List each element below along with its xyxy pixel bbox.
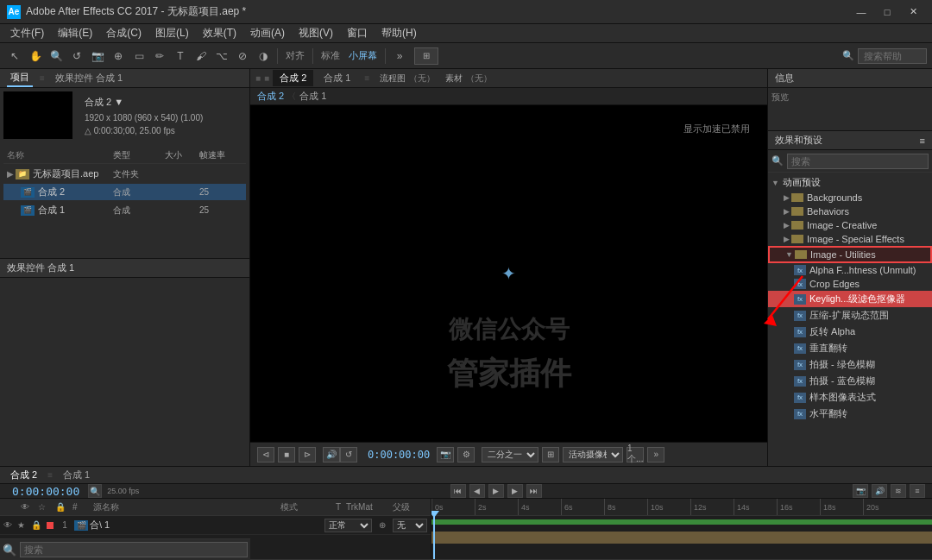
tab-comp1-viewer[interactable]: 合成 1 xyxy=(317,70,357,86)
breadcrumb-comp2[interactable]: 合成 2 xyxy=(257,90,284,103)
toolbar-icon-btn[interactable]: ⊞ xyxy=(414,47,438,65)
menu-view[interactable]: 视图(V) xyxy=(292,24,340,42)
layer-lock-btn[interactable]: 🔒 xyxy=(31,520,43,530)
minimize-button[interactable]: — xyxy=(849,3,873,21)
breadcrumb-comp1[interactable]: 合成 1 xyxy=(299,90,326,103)
ep-folder-backgrounds[interactable]: ▶ Backgrounds xyxy=(768,191,932,204)
settings-btn[interactable]: ⚙ xyxy=(457,447,475,462)
tl-layer-row[interactable]: 👁 ★ 🔒 1 🎬 合\ 1 正常 ⊕ 无 xyxy=(0,516,431,535)
layer-mode-select[interactable]: 正常 xyxy=(324,519,372,532)
tc-btn-play[interactable]: ▶ xyxy=(488,484,504,498)
ep-item-horizontal-flip[interactable]: fx 水平翻转 xyxy=(768,406,932,422)
ep-item-sample-expr[interactable]: fx 样本图像表达式 xyxy=(768,389,932,406)
ep-folder-image-utilities[interactable]: ▼ Image - Utilities xyxy=(768,246,932,263)
ep-folder-image-creative[interactable]: ▶ Image - Creative xyxy=(768,218,932,232)
menu-compose[interactable]: 合成(C) xyxy=(99,24,148,42)
comp-icon: 🎬 xyxy=(21,187,35,198)
ep-item-compress-expand[interactable]: fx 压缩-扩展动态范围 xyxy=(768,307,932,324)
tc-btn-graph[interactable]: ≋ xyxy=(891,484,906,498)
tc-btn-camera[interactable]: 📷 xyxy=(853,484,868,498)
ep-search-input[interactable] xyxy=(787,154,929,169)
layer-solo-btn[interactable]: ★ xyxy=(17,520,29,530)
menu-layer[interactable]: 图层(L) xyxy=(148,24,196,42)
ep-folder-behaviors[interactable]: ▶ Behaviors xyxy=(768,204,932,218)
tl-tab-comp1[interactable]: 合成 1 xyxy=(60,467,93,483)
ep-item-vertical-flip[interactable]: fx 垂直翻转 xyxy=(768,340,932,356)
tool-camera[interactable]: 📷 xyxy=(88,47,107,66)
half-size-select[interactable]: 二分之一 完整 四分之一 xyxy=(482,447,538,462)
list-item[interactable]: 🎬 合成 1 合成 25 xyxy=(3,202,246,218)
list-item[interactable]: 🎬 合成 2 合成 25 xyxy=(3,184,246,200)
playhead[interactable] xyxy=(433,516,435,559)
tab-project[interactable]: 项目 xyxy=(7,69,33,87)
title-text: Adobe After Effects CC 2017 - 无标题项目.aep … xyxy=(26,4,246,19)
comp-duration: △ 0:00:30;00, 25.00 fps xyxy=(85,124,203,137)
layer-eye-btn[interactable]: 👁 xyxy=(3,520,16,530)
tool-select[interactable]: ↖ xyxy=(5,47,24,66)
tab-effects-ctrl[interactable]: 效果控件 合成 1 xyxy=(52,70,126,86)
maximize-button[interactable]: □ xyxy=(875,3,899,21)
window-controls[interactable]: — □ ✕ xyxy=(849,3,925,21)
play-prev-btn[interactable]: ⊲ xyxy=(257,447,274,462)
tool-brush[interactable]: 🖌 xyxy=(192,47,211,66)
tool-anchor[interactable]: ⊕ xyxy=(109,47,128,66)
search-input[interactable] xyxy=(858,48,927,64)
stop-btn[interactable]: ■ xyxy=(278,447,295,462)
camera-select[interactable]: 活动摄像机 xyxy=(563,447,623,462)
tool-text[interactable]: T xyxy=(171,47,190,66)
menu-edit[interactable]: 编辑(E) xyxy=(51,24,99,42)
tool-roto[interactable]: ◑ xyxy=(254,47,273,66)
more-btn[interactable]: » xyxy=(647,447,664,462)
tl-tab-comp2[interactable]: 合成 2 xyxy=(7,467,41,483)
ep-item-invert-alpha[interactable]: fx 反转 Alpha xyxy=(768,324,932,340)
play-next-btn[interactable]: ⊳ xyxy=(299,447,316,462)
fit-btn[interactable]: ⊞ xyxy=(542,447,559,462)
menu-animation[interactable]: 动画(A) xyxy=(243,24,292,42)
ep-item-green-blur[interactable]: fx 拍摄 - 绿色模糊 xyxy=(768,356,932,373)
tool-eraser[interactable]: ⊘ xyxy=(233,47,252,66)
small-screen-label[interactable]: 小屏幕 xyxy=(345,49,381,62)
watermark-line1: 微信公众号 xyxy=(447,311,571,349)
tc-btn-more[interactable]: ≡ xyxy=(910,484,925,498)
tc-timecode-group: 0:00:00:00 xyxy=(7,485,85,498)
menu-window[interactable]: 窗口 xyxy=(340,24,375,42)
ep-item-keylight[interactable]: fx Keyligh...级滤色抠像器 xyxy=(768,291,932,307)
view-btn[interactable]: 1 个... xyxy=(627,447,644,462)
tc-search-btn[interactable]: 🔍 xyxy=(88,484,102,498)
tc-btn-skip-fwd[interactable]: ⏭ xyxy=(526,484,542,498)
tool-rotate[interactable]: ↺ xyxy=(67,47,86,66)
zoom-controls: 二分之一 完整 四分之一 xyxy=(482,447,538,462)
menu-help[interactable]: 帮助(H) xyxy=(375,24,424,42)
menu-file[interactable]: 文件(F) xyxy=(3,24,51,42)
expand-icon: ▶ xyxy=(7,169,14,179)
ep-menu-icon[interactable]: ≡ xyxy=(920,135,925,146)
list-item[interactable]: ▶ 📁 无标题项目.aep 文件夹 xyxy=(3,166,246,182)
ep-item-crop-edges[interactable]: fx Crop Edges xyxy=(768,277,932,291)
tool-pen[interactable]: ✏ xyxy=(150,47,169,66)
tool-rect[interactable]: ▭ xyxy=(129,47,148,66)
project-search-input[interactable] xyxy=(20,542,248,557)
tc-btn-skip-back[interactable]: ⏮ xyxy=(450,484,466,498)
toolbar-more[interactable]: » xyxy=(390,47,409,66)
ep-item-alpha-f[interactable]: fx Alpha F...htness (Unmult) xyxy=(768,263,932,277)
close-button[interactable]: ✕ xyxy=(901,3,925,21)
tab-comp2[interactable]: 合成 2 xyxy=(273,70,313,86)
tool-clone[interactable]: ⌥ xyxy=(212,47,231,66)
tc-btn-prev-frame[interactable]: ◀ xyxy=(469,484,485,498)
project-tabs: 项目 ≡ 效果控件 合成 1 xyxy=(7,69,126,87)
track-layer-bar xyxy=(431,532,932,544)
layer-trkmat-select[interactable]: 无 xyxy=(393,519,427,532)
tc-btn-audio[interactable]: 🔊 xyxy=(872,484,887,498)
tc-btn-next-frame[interactable]: ▶ xyxy=(507,484,523,498)
ep-section-header-animation[interactable]: ▼ 动画预设 xyxy=(768,174,932,191)
tool-zoom[interactable]: 🔍 xyxy=(47,47,66,66)
ep-item-blue-blur[interactable]: fx 拍摄 - 蓝色模糊 xyxy=(768,373,932,389)
menu-effect[interactable]: 效果(T) xyxy=(196,24,243,42)
tool-hand[interactable]: ✋ xyxy=(26,47,45,66)
audio-btn[interactable]: 🔊 xyxy=(323,447,340,462)
ep-folder-image-special[interactable]: ▶ Image - Special Effects xyxy=(768,232,932,246)
camera-icon-btn[interactable]: 📷 xyxy=(437,447,454,462)
viewer-header: ■ ■ 合成 2 合成 1 ≡ 流程图 （无） 素材 （无） xyxy=(250,69,767,88)
loop-btn[interactable]: ↺ xyxy=(340,447,357,462)
center-area: ■ ■ 合成 2 合成 1 ≡ 流程图 （无） 素材 （无） 合成 2 〈 合成… xyxy=(250,69,768,466)
